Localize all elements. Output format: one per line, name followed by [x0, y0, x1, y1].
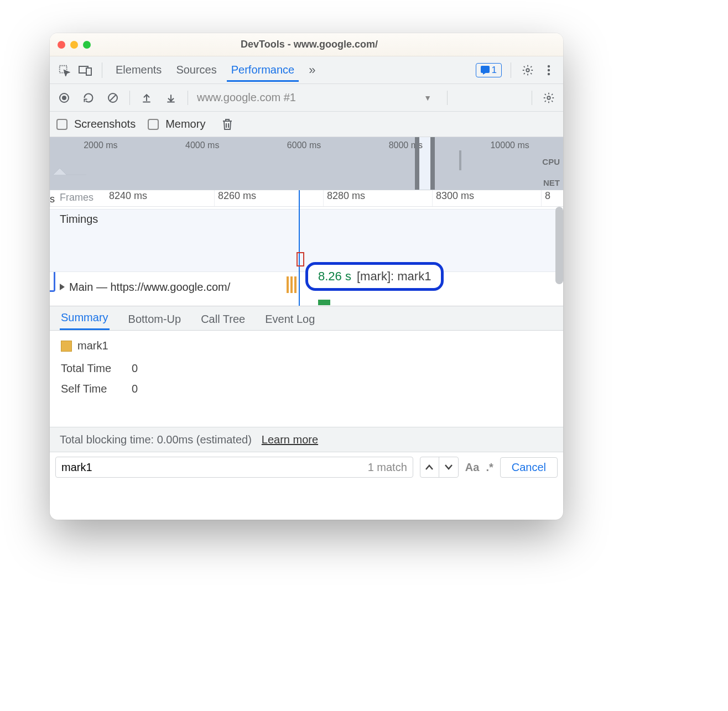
mark-tooltip: 8.26 s [mark]: mark1: [305, 262, 444, 291]
record-icon[interactable]: [56, 90, 72, 106]
kebab-icon[interactable]: [541, 62, 557, 78]
more-tabs-icon[interactable]: »: [304, 62, 320, 78]
flame-ruler: Frames 8240 ms 8260 ms 8280 ms 8300 ms 8: [50, 190, 563, 207]
next-match-icon[interactable]: [439, 457, 458, 477]
window-titlebar: DevTools - www.google.com/: [50, 33, 563, 56]
tab-call-tree[interactable]: Call Tree: [200, 309, 246, 330]
traffic-lights: [58, 41, 91, 49]
tab-sources[interactable]: Sources: [171, 58, 221, 82]
chevron-down-icon: ▼: [424, 93, 431, 102]
issues-badge[interactable]: 1: [476, 63, 502, 77]
svg-line-11: [110, 95, 116, 101]
memory-label: Memory: [165, 118, 205, 130]
frames-label: Frames: [60, 192, 93, 203]
devtools-window: DevTools - www.google.com/ Elements Sour…: [50, 33, 563, 520]
search-input[interactable]: [61, 461, 363, 474]
svg-point-4: [526, 69, 529, 72]
tab-event-log[interactable]: Event Log: [264, 309, 316, 330]
perf-toolbar: www.google.com #1 ▼: [50, 84, 563, 112]
self-time-label: Self Time: [61, 383, 122, 395]
settings-icon[interactable]: [520, 62, 535, 78]
overview-handle-right[interactable]: [430, 137, 435, 190]
window-title: DevTools - www.google.com/: [91, 39, 555, 50]
blocking-text: Total blocking time: 0.00ms (estimated): [60, 433, 252, 446]
svg-rect-2: [86, 68, 91, 75]
scrollbar[interactable]: [555, 207, 563, 284]
match-count: 1 match: [368, 461, 407, 474]
download-icon[interactable]: [163, 90, 179, 106]
timing-marker[interactable]: [297, 252, 304, 266]
total-time-label: Total Time: [61, 362, 122, 375]
blocking-bar: Total blocking time: 0.00ms (estimated) …: [50, 427, 563, 452]
details-tabs: Summary Bottom-Up Call Tree Event Log: [50, 306, 563, 331]
upload-icon[interactable]: [139, 90, 154, 106]
recording-select[interactable]: www.google.com #1 ▼: [197, 91, 438, 104]
overview-dim-right: [435, 137, 563, 190]
task-block[interactable]: [318, 300, 330, 305]
tab-summary[interactable]: Summary: [60, 307, 110, 330]
mark-name: mark1: [77, 339, 108, 352]
main-track[interactable]: Main — https://www.google.com/: [50, 278, 557, 296]
svg-point-9: [62, 96, 66, 100]
prev-match-icon[interactable]: [420, 457, 439, 477]
search-bar: 1 match Aa .* Cancel: [50, 452, 563, 482]
svg-point-5: [548, 65, 550, 67]
trash-icon[interactable]: [220, 117, 235, 132]
cpu-spark: [53, 166, 86, 176]
mark-swatch: [61, 341, 72, 352]
close-icon[interactable]: [58, 41, 65, 49]
tab-bottom-up[interactable]: Bottom-Up: [127, 309, 183, 330]
total-time-value: 0: [132, 362, 138, 375]
capture-settings-icon[interactable]: [541, 90, 557, 106]
learn-more-link[interactable]: Learn more: [262, 433, 318, 446]
task-bars: [287, 276, 297, 293]
clear-icon[interactable]: [105, 90, 121, 106]
search-box: 1 match: [55, 457, 413, 478]
svg-point-6: [548, 69, 550, 71]
svg-point-12: [547, 96, 550, 100]
panel-tabs: Elements Sources Performance » 1: [50, 56, 563, 84]
summary-panel: mark1 Total Time 0 Self Time 0: [50, 331, 563, 427]
self-time-value: 0: [132, 383, 138, 395]
flame-chart[interactable]: ns Frames 8240 ms 8260 ms 8280 ms 8300 m…: [50, 190, 563, 306]
playhead[interactable]: [299, 190, 300, 306]
device-toggle-icon[interactable]: [77, 62, 93, 78]
screenshots-checkbox[interactable]: [56, 119, 67, 130]
memory-checkbox[interactable]: [148, 119, 159, 130]
reload-icon[interactable]: [81, 90, 96, 106]
overview-dim-left: [50, 137, 415, 190]
search-nav: [420, 457, 459, 478]
svg-point-7: [548, 72, 550, 75]
tab-performance[interactable]: Performance: [227, 58, 299, 82]
minimize-icon[interactable]: [70, 41, 78, 49]
inspect-icon[interactable]: [56, 62, 72, 78]
expand-icon[interactable]: [60, 284, 65, 290]
tab-elements[interactable]: Elements: [111, 58, 166, 82]
cancel-button[interactable]: Cancel: [500, 457, 558, 478]
zoom-icon[interactable]: [83, 41, 91, 49]
screenshots-label: Screenshots: [74, 118, 136, 130]
overview-handle-left[interactable]: [415, 137, 419, 190]
options-row: Screenshots Memory: [50, 112, 563, 137]
overview-timeline[interactable]: 2000 ms 4000 ms 6000 ms 8000 ms 10000 ms…: [50, 137, 563, 190]
regex-toggle[interactable]: .*: [486, 461, 493, 474]
svg-rect-3: [481, 66, 490, 73]
match-case-toggle[interactable]: Aa: [465, 461, 480, 474]
